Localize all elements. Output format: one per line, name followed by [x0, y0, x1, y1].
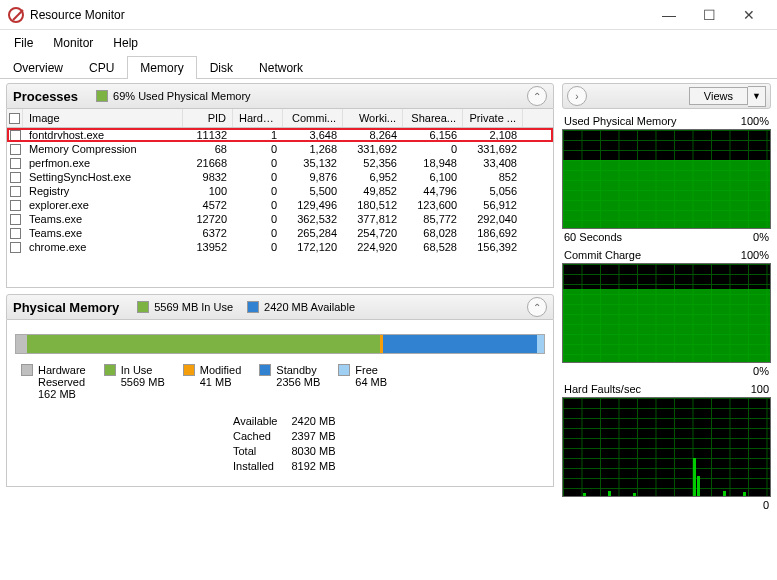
select-all-checkbox[interactable] — [9, 113, 20, 124]
row-checkbox[interactable] — [10, 130, 21, 141]
menu-file[interactable]: File — [4, 34, 43, 52]
menu-help[interactable]: Help — [103, 34, 148, 52]
col-working[interactable]: Worki... — [343, 109, 403, 127]
process-rows[interactable]: fontdrvhost.exe1113213,6488,2646,1562,10… — [6, 128, 554, 288]
col-shareable[interactable]: Sharea... — [403, 109, 463, 127]
collapse-processes-icon[interactable]: ⌃ — [527, 86, 547, 106]
physmem-title: Physical Memory — [13, 300, 119, 315]
graph-used-physical-memory: Used Physical Memory100% 60 Seconds0% — [562, 115, 771, 243]
col-hard-faults[interactable]: Hard F... — [233, 109, 283, 127]
row-checkbox[interactable] — [10, 172, 21, 183]
window-title: Resource Monitor — [30, 8, 649, 22]
memory-legend: HardwareReserved162 MB In Use5569 MB Mod… — [13, 364, 547, 400]
graph-commit-charge: Commit Charge100% 0% — [562, 249, 771, 377]
tab-memory[interactable]: Memory — [127, 56, 196, 79]
expand-graphs-icon[interactable]: › — [567, 86, 587, 106]
graph-hard-faults: Hard Faults/sec100 0 — [562, 383, 771, 511]
row-checkbox[interactable] — [10, 186, 21, 197]
row-checkbox[interactable] — [10, 158, 21, 169]
table-row[interactable]: Registry10005,50049,85244,7965,056 — [7, 184, 553, 198]
tab-disk[interactable]: Disk — [197, 56, 246, 79]
inuse-swatch — [137, 301, 149, 313]
row-checkbox[interactable] — [10, 214, 21, 225]
minimize-button[interactable]: — — [649, 7, 689, 23]
table-row[interactable]: perfmon.exe21668035,13252,35618,94833,40… — [7, 156, 553, 170]
used-memory-legend: 69% Used Physical Memory — [113, 90, 251, 102]
table-row[interactable]: chrome.exe139520172,120224,92068,528156,… — [7, 240, 553, 254]
menu-bar: File Monitor Help — [0, 30, 777, 56]
avail-legend: 2420 MB Available — [264, 301, 355, 313]
row-checkbox[interactable] — [10, 228, 21, 239]
tab-network[interactable]: Network — [246, 56, 316, 79]
tab-bar: Overview CPU Memory Disk Network — [0, 56, 777, 79]
processes-header[interactable]: Processes 69% Used Physical Memory ⌃ — [6, 83, 554, 109]
physmem-header[interactable]: Physical Memory 5569 MB In Use 2420 MB A… — [6, 294, 554, 320]
title-bar: Resource Monitor — ☐ ✕ — [0, 0, 777, 30]
col-image[interactable]: Image — [23, 109, 183, 127]
collapse-physmem-icon[interactable]: ⌃ — [527, 297, 547, 317]
close-button[interactable]: ✕ — [729, 7, 769, 23]
processes-title: Processes — [13, 89, 78, 104]
table-row[interactable]: explorer.exe45720129,496180,512123,60056… — [7, 198, 553, 212]
table-row[interactable]: Teams.exe63720265,284254,72068,028186,69… — [7, 226, 553, 240]
maximize-button[interactable]: ☐ — [689, 7, 729, 23]
memory-bar — [15, 334, 545, 354]
col-private[interactable]: Private ... — [463, 109, 523, 127]
row-checkbox[interactable] — [10, 144, 21, 155]
col-commit[interactable]: Commi... — [283, 109, 343, 127]
row-checkbox[interactable] — [10, 242, 21, 253]
table-row[interactable]: Memory Compression6801,268331,6920331,69… — [7, 142, 553, 156]
process-columns: Image PID Hard F... Commi... Worki... Sh… — [6, 109, 554, 128]
inuse-legend: 5569 MB In Use — [154, 301, 233, 313]
menu-monitor[interactable]: Monitor — [43, 34, 103, 52]
views-dropdown-icon[interactable]: ▼ — [748, 86, 766, 107]
table-row[interactable]: Teams.exe127200362,532377,81285,772292,0… — [7, 212, 553, 226]
views-button[interactable]: Views — [689, 87, 748, 105]
tab-cpu[interactable]: CPU — [76, 56, 127, 79]
tab-overview[interactable]: Overview — [0, 56, 76, 79]
memory-stats: Available Cached Total Installed 2420 MB… — [233, 414, 547, 474]
avail-swatch — [247, 301, 259, 313]
graph-toolbar: › Views ▼ — [562, 83, 771, 109]
col-pid[interactable]: PID — [183, 109, 233, 127]
table-row[interactable]: SettingSyncHost.exe983209,8766,9526,1008… — [7, 170, 553, 184]
table-row[interactable]: fontdrvhost.exe1113213,6488,2646,1562,10… — [7, 128, 553, 142]
row-checkbox[interactable] — [10, 200, 21, 211]
used-memory-swatch — [96, 90, 108, 102]
app-icon — [8, 7, 24, 23]
